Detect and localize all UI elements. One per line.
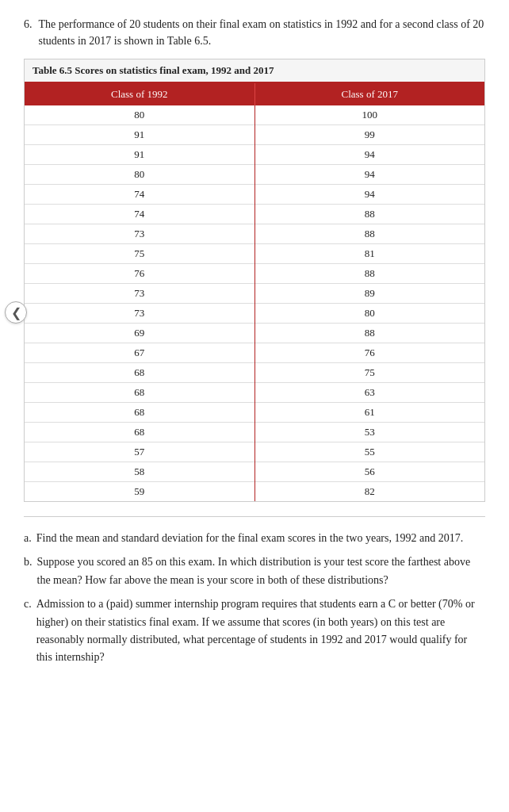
chevron-left-icon: ❮	[11, 305, 21, 320]
table-row: 6988	[25, 324, 484, 343]
col1-cell: 73	[25, 304, 254, 324]
answer-text: Admission to a (paid) summer internship …	[36, 596, 485, 667]
table-row: 6875	[25, 363, 484, 383]
answer-item: c.Admission to a (paid) summer internshi…	[24, 596, 485, 667]
col2-header: Class of 2017	[254, 83, 484, 105]
answers-container: a.Find the mean and standard deviation f…	[24, 530, 485, 667]
table-row: 7688	[25, 264, 484, 284]
col2-cell: 88	[254, 205, 484, 224]
answer-label: c.	[24, 596, 32, 667]
col1-cell: 69	[25, 324, 254, 343]
question-number: 6.	[24, 16, 33, 49]
col2-cell: 88	[254, 264, 484, 284]
table-row: 7380	[25, 304, 484, 324]
answer-item: a.Find the mean and standard deviation f…	[24, 530, 485, 547]
table-row: 7581	[25, 244, 484, 264]
col1-cell: 74	[25, 205, 254, 224]
col1-cell: 74	[25, 185, 254, 205]
col1-cell: 68	[25, 423, 254, 442]
col1-cell: 57	[25, 442, 254, 462]
col1-cell: 68	[25, 403, 254, 423]
col2-cell: 88	[254, 224, 484, 244]
col1-cell: 59	[25, 482, 254, 502]
col2-cell: 53	[254, 423, 484, 442]
table-row: 6853	[25, 423, 484, 442]
table-row: 9199	[25, 125, 484, 145]
col2-cell: 75	[254, 363, 484, 383]
col1-cell: 68	[25, 383, 254, 403]
col1-cell: 76	[25, 264, 254, 284]
col2-cell: 61	[254, 403, 484, 423]
table-row: 80100	[25, 105, 484, 125]
col2-cell: 89	[254, 284, 484, 304]
col2-cell: 82	[254, 482, 484, 502]
col1-cell: 80	[25, 165, 254, 185]
table-caption: Table 6.5 Scores on statistics final exa…	[25, 59, 484, 83]
answer-text: Suppose you scored an 85 on this exam. I…	[37, 553, 486, 589]
scores-table: Class of 1992 Class of 2017 801009199919…	[25, 83, 484, 501]
table-row: 9194	[25, 145, 484, 165]
back-button[interactable]: ❮	[5, 301, 27, 324]
table-row: 7388	[25, 224, 484, 244]
col1-cell: 68	[25, 363, 254, 383]
col1-cell: 73	[25, 284, 254, 304]
col2-cell: 81	[254, 244, 484, 264]
answer-text: Find the mean and standard deviation for…	[36, 530, 463, 547]
col1-cell: 80	[25, 105, 254, 125]
col2-cell: 94	[254, 165, 484, 185]
table-row: 5982	[25, 482, 484, 502]
col1-cell: 75	[25, 244, 254, 264]
answer-item: b.Suppose you scored an 85 on this exam.…	[24, 553, 485, 589]
col2-cell: 94	[254, 185, 484, 205]
table-row: 6861	[25, 403, 484, 423]
col1-cell: 91	[25, 125, 254, 145]
table-row: 7488	[25, 205, 484, 224]
table-row: 7389	[25, 284, 484, 304]
col1-cell: 58	[25, 462, 254, 482]
table-row: 8094	[25, 165, 484, 185]
answer-label: a.	[24, 530, 32, 547]
table-body: 8010091999194809474947488738875817688738…	[25, 105, 484, 501]
table-row: 5856	[25, 462, 484, 482]
col2-cell: 55	[254, 442, 484, 462]
col1-header: Class of 1992	[25, 83, 254, 105]
table-row: 7494	[25, 185, 484, 205]
col2-cell: 88	[254, 324, 484, 343]
table-header-row: Class of 1992 Class of 2017	[25, 83, 484, 105]
col2-cell: 76	[254, 343, 484, 363]
col2-cell: 94	[254, 145, 484, 165]
col2-cell: 80	[254, 304, 484, 324]
divider	[24, 516, 485, 517]
col1-cell: 91	[25, 145, 254, 165]
table-row: 6863	[25, 383, 484, 403]
col2-cell: 56	[254, 462, 484, 482]
question-text: The performance of 20 students on their …	[39, 16, 486, 49]
col2-cell: 99	[254, 125, 484, 145]
data-table-container: Table 6.5 Scores on statistics final exa…	[24, 59, 485, 502]
question-header: 6. The performance of 20 students on the…	[24, 16, 485, 49]
col2-cell: 63	[254, 383, 484, 403]
table-row: 6776	[25, 343, 484, 363]
col1-cell: 73	[25, 224, 254, 244]
col1-cell: 67	[25, 343, 254, 363]
answer-label: b.	[24, 553, 33, 589]
col2-cell: 100	[254, 105, 484, 125]
answers-section: a.Find the mean and standard deviation f…	[24, 530, 485, 667]
table-row: 5755	[25, 442, 484, 462]
